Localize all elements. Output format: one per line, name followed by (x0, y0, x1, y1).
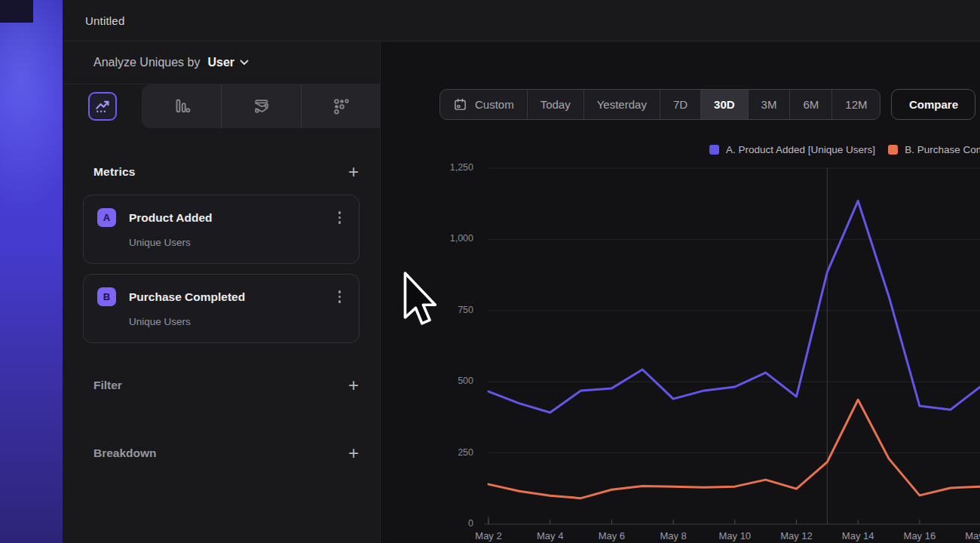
query-sidebar: Analyze Uniques by User (63, 41, 381, 543)
report-title: Untitled (85, 14, 124, 27)
x-axis-tick-label: May 16 (888, 530, 951, 541)
y-axis-tick-label: 0 (383, 518, 473, 529)
metrics-section-header: Metrics + (93, 161, 359, 183)
flow-icon (252, 97, 271, 116)
x-axis-tick-label: May 8 (642, 530, 705, 541)
tab-flow[interactable] (221, 84, 301, 128)
tab-bar-chart[interactable] (142, 84, 221, 128)
add-filter-button[interactable]: + (348, 376, 359, 394)
line-chart[interactable] (381, 41, 980, 543)
add-breakdown-button[interactable]: + (348, 444, 359, 462)
x-axis-tick-label: May 18 (950, 530, 980, 541)
x-axis-tick-label: May 4 (519, 530, 582, 541)
x-axis-tick-label: May 2 (457, 530, 520, 541)
chevron-down-icon (240, 60, 249, 66)
chart-type-tabs (63, 84, 381, 128)
tab-line-chart[interactable] (63, 84, 142, 128)
metrics-title: Metrics (93, 165, 136, 179)
analyze-row: Analyze Uniques by User (63, 41, 380, 84)
metric-card-purchase-completed[interactable]: B Purchase Completed Unique Users (83, 274, 360, 343)
x-axis-tick-label: May 12 (765, 530, 828, 541)
add-metric-button[interactable]: + (348, 163, 359, 181)
metric-badge-b: B (97, 287, 116, 306)
metric-options-kebab-icon[interactable] (334, 287, 346, 306)
x-axis-tick-label: May 10 (703, 530, 767, 541)
breakdown-title: Breakdown (93, 446, 157, 460)
chart-panel: Custom Today Yesterday 7D 30D 3M 6M 12M … (381, 41, 980, 543)
app-root: Untitled Analyze Uniques by User (0, 0, 980, 543)
metric-card-product-added[interactable]: A Product Added Unique Users (83, 195, 360, 264)
metric-name: Purchase Completed (129, 290, 334, 304)
breakdown-section-header: Breakdown + (93, 441, 359, 465)
filter-section-header: Filter + (93, 373, 359, 397)
analyze-label: Analyze Uniques by (93, 56, 200, 69)
desktop-background-gradient (0, 0, 63, 543)
y-axis-tick-label: 1,250 (383, 162, 473, 173)
bar-chart-icon (172, 97, 191, 116)
title-bar: Untitled (63, 0, 980, 41)
metric-options-kebab-icon[interactable] (334, 208, 346, 227)
filter-title: Filter (93, 379, 122, 392)
x-axis-tick-label: May 6 (580, 530, 643, 541)
funnel-dots-icon (332, 97, 351, 116)
metric-measure[interactable]: Unique Users (129, 237, 345, 248)
y-axis-tick-label: 1,000 (383, 233, 473, 244)
analyze-dimension-value: User (207, 56, 234, 69)
y-axis-tick-label: 250 (383, 447, 473, 458)
line-chart-icon (93, 97, 112, 115)
y-axis-tick-label: 500 (383, 376, 473, 386)
tab-funnel-dots[interactable] (301, 84, 381, 128)
x-axis-tick-label: May 14 (826, 530, 890, 541)
analyze-dimension-select[interactable]: User (207, 56, 249, 69)
metric-badge-a: A (97, 208, 116, 227)
y-axis-tick-label: 750 (383, 305, 473, 315)
metric-measure[interactable]: Unique Users (129, 316, 345, 327)
metric-name: Product Added (129, 211, 334, 225)
